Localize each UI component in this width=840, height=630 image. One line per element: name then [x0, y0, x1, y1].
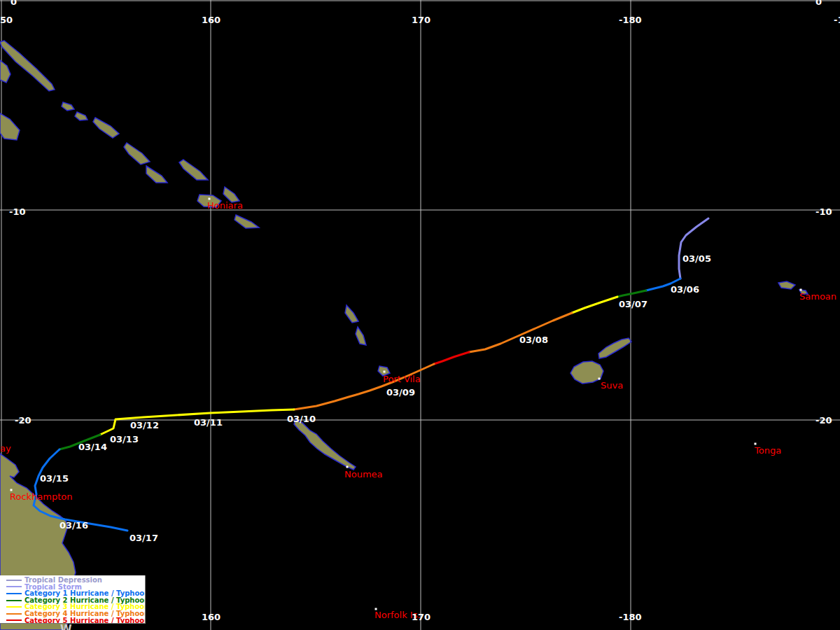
longitude-label: 160	[202, 612, 220, 622]
latitude-label: -10	[9, 206, 26, 217]
legend-color-line	[6, 606, 22, 608]
city-marker	[346, 466, 349, 468]
longitude-label: 160	[202, 15, 220, 25]
legend-color-line	[6, 593, 22, 594]
city-label: ay	[0, 443, 11, 454]
city-label: Tonga	[754, 445, 781, 456]
track-date-label: 03/17	[130, 533, 158, 543]
track-date-label: 03/13	[110, 434, 139, 444]
ocean-background	[0, 0, 840, 630]
legend-item-label: Category 5 Hurricane / Typhoon	[24, 617, 146, 624]
longitude-label: 170	[412, 15, 430, 25]
longitude-label: -180	[619, 15, 642, 25]
track-date-label: 03/08	[519, 335, 548, 345]
longitude-label: -1	[834, 15, 840, 25]
latitude-label: -20	[15, 415, 31, 426]
track-date-label: 03/10	[287, 414, 316, 424]
longitude-label: 170	[412, 612, 430, 622]
track-date-label: 03/15	[40, 473, 69, 484]
latitude-label: -10	[816, 206, 832, 217]
longitude-label: -180	[619, 612, 642, 622]
city-label: Suva	[601, 380, 623, 391]
city-marker	[384, 371, 386, 373]
legend-color-line	[6, 586, 22, 587]
track-date-label: 03/14	[78, 442, 107, 452]
track-date-label: 03/07	[619, 299, 648, 309]
track-date-label: 03/16	[59, 520, 88, 531]
map-extras: W	[60, 623, 72, 630]
city-label: Honiara	[207, 200, 243, 211]
legend-color-line	[6, 620, 22, 621]
legend-color-line	[6, 600, 22, 601]
city-label: Port Vila	[383, 374, 421, 384]
track-date-label: 03/06	[671, 284, 699, 295]
legend-item: Category 5 Hurricane / Typhoon	[0, 617, 145, 624]
legend: Tropical DepressionTropical StormCategor…	[0, 575, 146, 624]
track-date-label: 03/11	[194, 417, 223, 428]
track-date-label: 03/05	[682, 253, 711, 264]
longitude-label: 50	[0, 15, 13, 25]
latitude-label: -20	[816, 415, 832, 426]
track-date-label: 03/12	[130, 420, 159, 430]
city-label: Samoan Is.	[799, 291, 840, 302]
track-date-label: 03/09	[386, 387, 415, 398]
legend-color-line	[6, 613, 22, 615]
city-label: Noumea	[344, 469, 383, 479]
city-label: Rockhampton	[10, 491, 73, 502]
legend-color-line	[6, 580, 22, 581]
latitude-label-fragment: 0	[816, 0, 822, 7]
latitude-label-fragment: 0	[10, 0, 17, 7]
watermark-fragment: W	[60, 623, 72, 630]
cyclone-track-map: HoniaraPort VilaSuvaNoumeaRockhamptonTon…	[0, 0, 840, 630]
